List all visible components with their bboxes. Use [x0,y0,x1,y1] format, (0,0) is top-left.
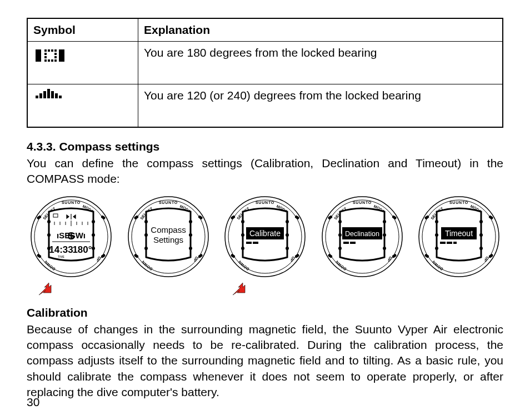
symbol-table: Symbol Explanation You are 180 degrees f… [27,18,503,128]
svg-rect-9 [54,56,57,58]
watch-declination: SUUNTO SELECT MODE DOWN UP [318,195,407,278]
svg-rect-113 [343,242,349,244]
svg-point-105 [338,220,342,223]
svg-rect-92 [246,242,252,244]
svg-point-107 [338,247,342,250]
svg-point-130 [479,233,483,237]
svg-rect-5 [54,49,57,52]
section-heading: 4.3.3. Compass settings [27,140,503,153]
svg-text:Compass: Compass [151,225,186,234]
svg-text:Timeout: Timeout [445,229,473,238]
svg-rect-8 [44,56,47,58]
svg-text:SUUNTO: SUUNTO [449,201,468,204]
svg-point-36 [92,233,95,237]
svg-text:SUUNTO: SUUNTO [352,201,371,204]
explanation-120: You are 120 (or 240) degrees from the lo… [138,84,503,128]
svg-point-110 [383,247,386,250]
svg-rect-3 [48,49,50,52]
svg-text:SUUNTO: SUUNTO [158,201,177,204]
svg-rect-11 [48,59,50,62]
svg-point-35 [92,220,95,223]
svg-point-127 [435,233,438,237]
watch-sequence: SUUNTO SELECT MODE DOWN UP [27,195,503,297]
svg-point-33 [47,233,51,237]
svg-point-37 [92,247,95,250]
svg-point-126 [435,220,438,223]
calibration-heading: Calibration [27,306,503,319]
svg-rect-18 [51,91,54,98]
svg-point-131 [479,247,483,250]
svg-text:ıSWı: ıSWı [67,231,86,240]
svg-rect-6 [44,53,47,55]
svg-rect-12 [51,59,53,62]
svg-point-85 [241,233,244,237]
table-header-explanation: Explanation [138,18,503,42]
symbol-180 [27,42,138,84]
press-arrow-icon [231,282,247,297]
svg-point-67 [144,247,148,250]
svg-text:Calibrate: Calibrate [249,229,281,238]
svg-point-87 [286,220,289,223]
svg-rect-136 [453,242,457,244]
svg-rect-20 [59,96,62,98]
svg-rect-16 [43,91,46,98]
svg-point-32 [47,220,51,223]
svg-rect-1 [59,49,64,62]
svg-rect-114 [350,242,356,244]
svg-rect-2 [44,49,47,52]
svg-rect-17 [47,89,50,98]
svg-point-108 [383,220,386,223]
svg-point-86 [241,247,244,250]
svg-rect-19 [55,93,58,98]
explanation-180: You are 180 degrees from the locked bear… [138,42,503,84]
svg-rect-0 [36,49,41,62]
section-intro: You can define the compass settings (Cal… [27,156,503,187]
svg-rect-4 [51,49,53,52]
svg-point-68 [189,220,192,223]
page-number: 30 [27,396,39,409]
svg-point-84 [241,220,244,223]
watch-compass: SUUNTO SELECT MODE DOWN UP [27,195,116,278]
svg-point-89 [286,247,289,250]
svg-point-69 [189,233,192,237]
svg-point-109 [383,233,386,237]
svg-rect-135 [447,242,452,244]
svg-point-70 [189,247,192,250]
svg-text:Settings: Settings [153,235,183,244]
watch-settings-menu: SUUNTO SELECT MODE DOWN UP [124,195,213,278]
svg-text:Declination: Declination [345,230,379,238]
svg-rect-7 [54,53,57,55]
svg-point-106 [338,233,342,237]
svg-point-66 [144,233,148,237]
svg-rect-14 [36,96,38,98]
watch-timeout: SUUNTO SELECT MODE DOWN UP [414,195,503,278]
svg-rect-15 [39,93,42,98]
svg-point-128 [435,247,438,250]
svg-point-88 [286,233,289,237]
svg-rect-93 [253,242,258,244]
svg-rect-134 [440,242,446,244]
watch-calibrate: SUUNTO SELECT MODE DOWN UP [221,195,309,278]
svg-rect-13 [54,59,57,62]
svg-text:SUUNTO: SUUNTO [256,201,274,204]
press-arrow-icon [37,282,53,297]
svg-text:TIME: TIME [58,255,65,258]
svg-text:SUUNTO: SUUNTO [62,201,81,204]
svg-point-129 [479,220,483,223]
svg-point-65 [144,220,148,223]
symbol-120 [27,84,138,128]
calibration-body: Because of changes in the surrounding ma… [27,322,503,401]
svg-rect-10 [44,59,47,62]
svg-text:180°: 180° [72,244,92,255]
svg-text:14:33: 14:33 [49,244,73,255]
table-header-symbol: Symbol [27,18,138,42]
